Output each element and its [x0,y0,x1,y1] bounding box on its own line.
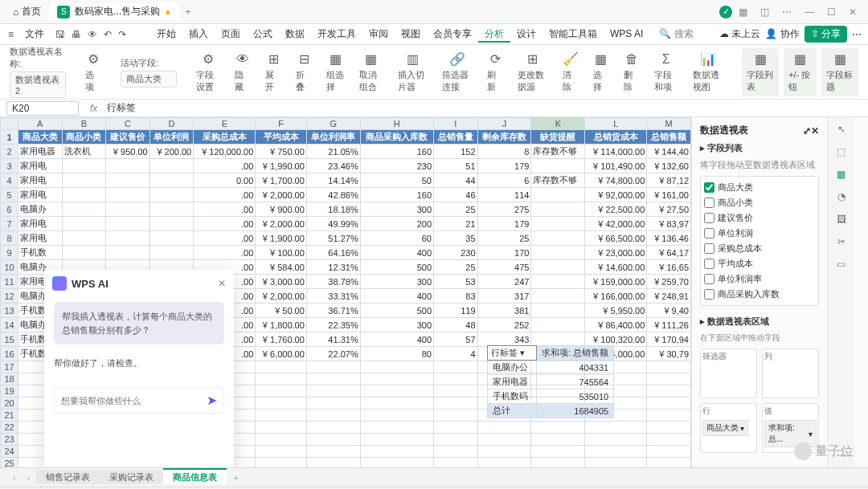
tab-add-icon[interactable]: + [228,473,243,483]
pivot-name-input[interactable]: 数据透视表2 [10,71,66,98]
ribbon-end-0[interactable]: ▦字段列表 [742,48,779,96]
close-icon[interactable]: ✕ [842,3,863,21]
sync-icon[interactable]: ✓ [719,6,732,18]
new-tab-button[interactable]: + [179,3,198,21]
ribbon-3[interactable]: ⊟折叠 [294,51,313,93]
clock-tool-icon[interactable]: ◔ [837,191,845,202]
field-checkbox[interactable] [704,182,714,193]
sheet-tab-0[interactable]: 销售记录表 [36,470,100,484]
ribbon-9[interactable]: ⊞更改数据源 [516,51,550,93]
field-6[interactable]: 单位利润率 [704,271,815,287]
menu-0[interactable]: 开始 [150,26,182,41]
ribbon-0[interactable]: ⚙字段设置 [194,51,222,93]
share-button[interactable]: ⇧ 分享 [805,26,847,43]
redo-icon[interactable]: ↷ [117,29,128,40]
field-5[interactable]: 平均成本 [704,256,815,271]
area-column[interactable]: 列 [762,348,819,398]
pivot-tool-icon[interactable]: ▦ [837,169,845,180]
panel-close-icon[interactable]: ✕ [811,125,819,137]
ribbon-7[interactable]: 🔗筛选器连接 [440,51,474,93]
menu-11[interactable]: 智能工具箱 [542,26,604,41]
file-menu[interactable]: 文件 [18,26,51,43]
print-icon[interactable]: 🖶 [70,29,83,40]
ribbon-end-1[interactable]: ▦+/- 按钮 [784,48,817,96]
preview-icon[interactable]: 👁 [86,29,99,40]
active-field-input[interactable]: 商品大类 [121,71,177,88]
field-checkbox[interactable] [704,228,714,238]
pivot-rowlabel-dropdown[interactable]: 行标签 ▾ [488,346,537,361]
arrow-tool-icon[interactable]: ↖ [837,124,845,135]
menu-2[interactable]: 页面 [215,26,247,41]
cloud-status[interactable]: ☁ 未上云 [719,27,760,41]
ribbon-end-2[interactable]: ▦字段标题 [821,48,858,96]
menu-5[interactable]: 开发工具 [311,26,362,41]
row-pill[interactable]: 商品大类 ▾ [702,420,748,436]
ribbon-12[interactable]: 🗑删除 [622,51,641,93]
save-icon[interactable]: 🖫 [54,29,67,40]
field-0[interactable]: 商品大类 [704,180,815,195]
field-checkbox[interactable] [704,259,714,269]
ribbon-14[interactable]: 📊数据透视图 [691,51,725,93]
field-4[interactable]: 采购总成本 [704,241,815,256]
minimize-icon[interactable]: — [798,3,821,21]
wps-ai-close-icon[interactable]: ✕ [218,278,226,289]
ruler-tool-icon[interactable]: ✂ [837,236,845,247]
ribbon-4[interactable]: ▦组选择 [325,51,346,93]
search-menu[interactable]: 🔍 搜索 [653,26,699,43]
menu-10[interactable]: 设计 [510,26,542,41]
menu-3[interactable]: 公式 [247,26,279,41]
menu-12[interactable]: WPS AI [604,26,649,41]
ribbon-1[interactable]: 👁隐藏 [233,51,252,93]
image-tool-icon[interactable]: 🖼 [837,214,846,225]
wps-ai-answer: 帮你做好了，请检查。 [54,357,224,369]
field-checkbox[interactable] [704,289,714,300]
sheet-tab-2[interactable]: 商品信息表 [163,468,227,484]
ribbon-5[interactable]: ▦取消组合 [358,51,385,93]
field-checkbox[interactable] [704,274,714,284]
spreadsheet-grid[interactable]: ABCDEFGHIJKLM1商品大类商品小类建议售价单位利润采购总成本平均成本单… [0,117,691,467]
panel-pop-icon[interactable]: ⤢ [803,125,811,137]
fx-icon[interactable]: fx [85,103,102,114]
menu-1[interactable]: 插入 [182,26,215,41]
sheet-tab-1[interactable]: 采购记录表 [100,470,163,484]
menu-4[interactable]: 数据 [279,26,311,41]
field-checkbox[interactable] [704,243,714,254]
menu-7[interactable]: 视图 [395,26,427,41]
field-2[interactable]: 建议售价 [704,210,815,226]
undo-icon[interactable]: ↶ [102,29,113,40]
more-menu-icon[interactable]: ⋯ [852,29,862,40]
tab-prev-icon[interactable]: ‹ [8,473,21,483]
layout-icon[interactable]: ▦ [732,3,754,21]
ribbon-8[interactable]: ⟳刷新 [485,51,505,93]
field-3[interactable]: 单位利润 [704,226,815,241]
name-box[interactable]: K20 [6,101,79,116]
field-1[interactable]: 商品小类 [704,195,815,210]
ribbon-11[interactable]: ▦选择 [592,51,611,93]
ribbon-6[interactable]: ▥插入切片器 [396,51,430,93]
formula-input[interactable]: 行标签 [102,100,868,116]
ribbon-13[interactable]: Σ字段和项 [653,51,680,93]
options-button[interactable]: ⚙选项 [84,51,103,93]
maximize-icon[interactable]: ☐ [821,3,842,21]
box-tool-icon[interactable]: ▭ [837,259,845,270]
menu-6[interactable]: 审阅 [362,26,395,41]
field-checkbox[interactable] [704,198,714,208]
area-filter[interactable]: 筛选器 [700,348,757,398]
tab-home[interactable]: ⌂ 首页 [5,3,49,20]
menu-9[interactable]: 分析 [478,26,510,43]
cube-icon[interactable]: ◫ [754,3,776,21]
area-row[interactable]: 行商品大类 ▾ [700,403,757,453]
tab-document[interactable]: S 数码家电...售与采购 ● [49,3,178,20]
wps-ai-send-icon[interactable]: ➤ [207,393,217,408]
menu-8[interactable]: 会员专享 [427,26,478,41]
menu-icon[interactable]: ≡ [6,29,15,40]
style-tool-icon[interactable]: ⬚ [837,146,845,157]
field-checkbox[interactable] [704,213,714,223]
coop-button[interactable]: 👤 协作 [765,27,799,41]
ribbon-2[interactable]: ⊞展开 [264,51,283,93]
wps-ai-input[interactable] [61,396,207,405]
tab-next-icon[interactable]: › [23,473,35,483]
more-icon[interactable]: ⋯ [776,3,798,21]
ribbon-10[interactable]: 🧹清除 [561,51,580,93]
field-7[interactable]: 商品采购入库数 [704,287,815,302]
